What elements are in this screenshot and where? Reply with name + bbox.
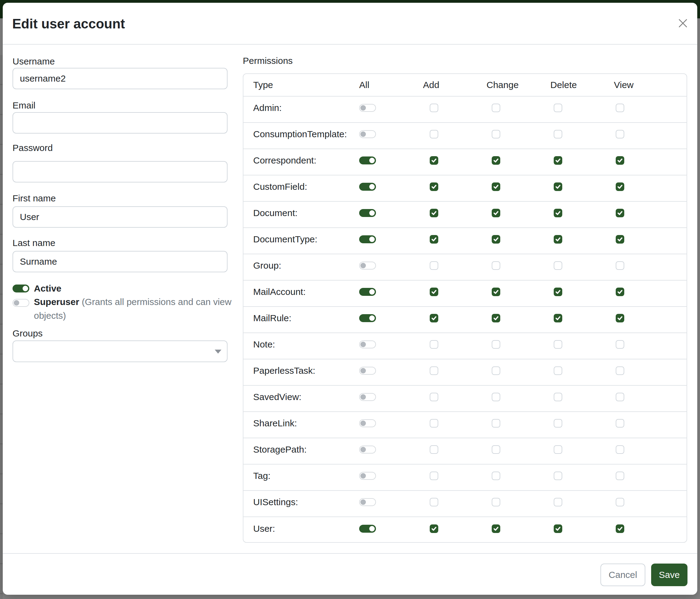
active-toggle[interactable] — [12, 285, 29, 292]
permission-correspondent-change-checkbox[interactable] — [492, 156, 500, 165]
permission-admin-change-checkbox[interactable] — [492, 103, 500, 112]
permission-mailaccount-change-checkbox[interactable] — [492, 288, 500, 296]
permission-documenttype-add-checkbox[interactable] — [430, 235, 438, 244]
permission-tag-view-checkbox[interactable] — [616, 472, 624, 480]
permission-tag-add-checkbox[interactable] — [430, 472, 438, 480]
permission-paperlesstask-view-checkbox[interactable] — [616, 366, 624, 375]
permission-user-change-checkbox[interactable] — [492, 524, 500, 533]
permission-storagepath-view-checkbox[interactable] — [616, 445, 624, 454]
permission-admin-delete-checkbox[interactable] — [554, 103, 562, 112]
permission-consumptiontemplate-delete-checkbox[interactable] — [554, 130, 562, 139]
permission-tag-all-toggle[interactable] — [359, 472, 376, 480]
first-name-input[interactable] — [12, 206, 227, 228]
permission-savedview-all-toggle[interactable] — [359, 393, 376, 401]
permission-mailaccount-add-checkbox[interactable] — [430, 288, 438, 296]
permission-sharelink-delete-checkbox[interactable] — [554, 419, 562, 428]
permission-group-change-checkbox[interactable] — [492, 261, 500, 270]
permission-uisettings-all-toggle[interactable] — [359, 498, 376, 506]
permission-note-add-checkbox[interactable] — [430, 340, 438, 349]
save-button[interactable]: Save — [651, 564, 688, 586]
permission-mailrule-add-checkbox[interactable] — [430, 314, 438, 322]
permission-note-change-checkbox[interactable] — [492, 340, 500, 349]
permission-type-label: StoragePath: — [243, 445, 348, 455]
permission-uisettings-delete-checkbox[interactable] — [554, 498, 562, 506]
permission-storagepath-add-checkbox[interactable] — [430, 445, 438, 454]
permission-correspondent-add-checkbox[interactable] — [430, 156, 438, 165]
permission-document-all-toggle[interactable] — [359, 209, 376, 217]
permission-storagepath-change-checkbox[interactable] — [492, 445, 500, 454]
permission-customfield-view-checkbox[interactable] — [616, 183, 624, 191]
groups-select[interactable] — [12, 340, 227, 362]
permission-storagepath-all-toggle[interactable] — [359, 446, 376, 454]
permission-uisettings-add-checkbox[interactable] — [430, 498, 438, 506]
permission-mailaccount-delete-checkbox[interactable] — [554, 288, 562, 296]
permission-document-add-checkbox[interactable] — [430, 209, 438, 217]
permission-paperlesstask-add-checkbox[interactable] — [430, 366, 438, 375]
permission-note-delete-checkbox[interactable] — [554, 340, 562, 349]
permission-consumptiontemplate-add-checkbox[interactable] — [430, 130, 438, 139]
permission-correspondent-all-toggle[interactable] — [359, 157, 376, 164]
username-input[interactable] — [12, 68, 227, 89]
permission-customfield-all-toggle[interactable] — [359, 183, 376, 191]
permission-group-delete-checkbox[interactable] — [554, 261, 562, 270]
permission-storagepath-delete-checkbox[interactable] — [554, 445, 562, 454]
permission-uisettings-change-checkbox[interactable] — [492, 498, 500, 506]
permission-documenttype-delete-checkbox[interactable] — [554, 235, 562, 244]
permission-admin-all-toggle[interactable] — [359, 104, 376, 112]
last-name-label: Last name — [12, 238, 55, 248]
permission-uisettings-view-checkbox[interactable] — [616, 498, 624, 506]
permission-admin-view-checkbox[interactable] — [616, 103, 624, 112]
permission-mailrule-all-toggle[interactable] — [359, 314, 376, 322]
permission-tag-change-checkbox[interactable] — [492, 472, 500, 480]
permission-correspondent-delete-checkbox[interactable] — [554, 156, 562, 165]
permission-user-delete-checkbox[interactable] — [554, 524, 562, 533]
permission-documenttype-change-checkbox[interactable] — [492, 235, 500, 244]
permission-savedview-view-checkbox[interactable] — [616, 393, 624, 401]
permission-savedview-add-checkbox[interactable] — [430, 393, 438, 401]
permission-user-add-checkbox[interactable] — [430, 524, 438, 533]
cancel-button[interactable]: Cancel — [600, 564, 645, 586]
permission-document-delete-checkbox[interactable] — [554, 209, 562, 217]
permission-document-change-checkbox[interactable] — [492, 209, 500, 217]
permission-mailrule-delete-checkbox[interactable] — [554, 314, 562, 322]
permission-mailrule-view-checkbox[interactable] — [616, 314, 624, 322]
permission-customfield-add-checkbox[interactable] — [430, 183, 438, 191]
permission-sharelink-view-checkbox[interactable] — [616, 419, 624, 428]
permission-savedview-delete-checkbox[interactable] — [554, 393, 562, 401]
permission-paperlesstask-all-toggle[interactable] — [359, 367, 376, 375]
permission-customfield-delete-checkbox[interactable] — [554, 183, 562, 191]
permission-admin-add-checkbox[interactable] — [430, 103, 438, 112]
close-icon[interactable] — [678, 19, 688, 28]
email-input[interactable] — [12, 112, 227, 134]
permission-document-view-checkbox[interactable] — [616, 209, 624, 217]
permission-paperlesstask-delete-checkbox[interactable] — [554, 366, 562, 375]
superuser-toggle[interactable] — [12, 299, 29, 307]
password-input[interactable] — [12, 161, 227, 183]
permission-mailrule-change-checkbox[interactable] — [492, 314, 500, 322]
permission-mailaccount-view-checkbox[interactable] — [616, 288, 624, 296]
permission-group-add-checkbox[interactable] — [430, 261, 438, 270]
permission-group-all-toggle[interactable] — [359, 262, 376, 269]
permission-documenttype-view-checkbox[interactable] — [616, 235, 624, 244]
permission-user-view-checkbox[interactable] — [616, 524, 624, 533]
permission-group-view-checkbox[interactable] — [616, 261, 624, 270]
permission-paperlesstask-change-checkbox[interactable] — [492, 366, 500, 375]
permission-sharelink-add-checkbox[interactable] — [430, 419, 438, 428]
permission-consumptiontemplate-view-checkbox[interactable] — [616, 130, 624, 139]
permission-sharelink-all-toggle[interactable] — [359, 419, 376, 427]
permission-savedview-change-checkbox[interactable] — [492, 393, 500, 401]
permission-tag-delete-checkbox[interactable] — [554, 472, 562, 480]
permission-mailaccount-all-toggle[interactable] — [359, 288, 376, 296]
permission-consumptiontemplate-all-toggle[interactable] — [359, 130, 376, 138]
check-icon — [616, 235, 624, 244]
permission-user-all-toggle[interactable] — [359, 525, 376, 533]
permission-note-all-toggle[interactable] — [359, 340, 376, 349]
toggle-knob — [360, 394, 366, 400]
permission-consumptiontemplate-change-checkbox[interactable] — [492, 130, 500, 139]
permission-sharelink-change-checkbox[interactable] — [492, 419, 500, 428]
permission-note-view-checkbox[interactable] — [616, 340, 624, 349]
permission-customfield-change-checkbox[interactable] — [492, 183, 500, 191]
permission-correspondent-view-checkbox[interactable] — [616, 156, 624, 165]
last-name-input[interactable] — [12, 251, 227, 272]
permission-documenttype-all-toggle[interactable] — [359, 235, 376, 243]
